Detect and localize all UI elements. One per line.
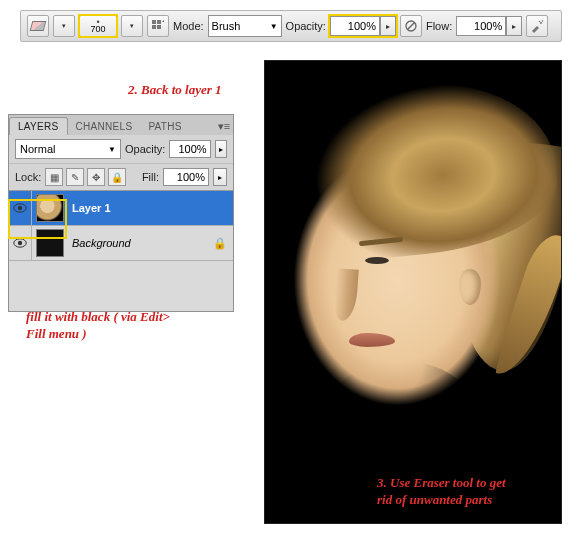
lock-transparency[interactable]: ▦ bbox=[45, 168, 63, 186]
airbrush-icon bbox=[530, 19, 544, 33]
opacity-label: Opacity: bbox=[286, 20, 326, 32]
flow-control: 100% ▸ bbox=[456, 16, 522, 36]
blend-opacity-row: Normal ▼ Opacity: 100% ▸ bbox=[9, 135, 233, 163]
tablet-pressure-opacity[interactable] bbox=[400, 15, 422, 37]
lock-label: Lock: bbox=[15, 171, 41, 183]
eraser-tool-button[interactable] bbox=[27, 15, 49, 37]
svg-rect-2 bbox=[152, 25, 156, 29]
panel-opacity-input[interactable]: 100% bbox=[169, 140, 210, 158]
vignette bbox=[265, 61, 561, 523]
svg-rect-3 bbox=[157, 25, 161, 29]
brush-size-value: 700 bbox=[90, 25, 105, 34]
flow-flyout[interactable]: ▸ bbox=[506, 16, 522, 36]
layer-thumbnail[interactable] bbox=[36, 229, 64, 257]
layer-name: Background bbox=[68, 237, 213, 249]
svg-rect-0 bbox=[152, 20, 156, 24]
annotation-2: 2. Back to layer 1 bbox=[128, 82, 222, 99]
svg-rect-1 bbox=[157, 20, 161, 24]
flow-value: 100% bbox=[474, 20, 502, 32]
toggle-brushes-panel[interactable] bbox=[147, 15, 169, 37]
eraser-options-bar: ▾ • 700 ▾ Mode: Brush ▼ Opacity: 100% ▸ … bbox=[20, 10, 562, 42]
chevron-down-icon: ▼ bbox=[270, 22, 278, 31]
mode-value: Brush bbox=[212, 20, 241, 32]
panel-menu-button[interactable]: ▾≡ bbox=[215, 117, 233, 135]
opacity-value: 100% bbox=[348, 20, 376, 32]
tab-channels[interactable]: CHANNELS bbox=[68, 118, 141, 135]
lock-all[interactable]: 🔒 bbox=[108, 168, 126, 186]
svg-point-7 bbox=[539, 21, 541, 23]
lock-icon: 🔒 bbox=[213, 237, 227, 250]
blend-mode-select[interactable]: Normal ▼ bbox=[15, 139, 121, 159]
layer-name: Layer 1 bbox=[68, 202, 233, 214]
layer-thumbnail[interactable] bbox=[36, 194, 64, 222]
airbrush-toggle[interactable] bbox=[526, 15, 548, 37]
svg-point-11 bbox=[18, 241, 22, 245]
tool-preset-picker[interactable]: ▾ bbox=[53, 15, 75, 37]
lock-position[interactable]: ✥ bbox=[87, 168, 105, 186]
annotation-3: 3. Use Eraser tool to get rid of unwante… bbox=[377, 475, 506, 509]
chevron-down-icon: ▼ bbox=[108, 145, 116, 154]
svg-point-6 bbox=[542, 20, 544, 22]
canvas-image: 3. Use Eraser tool to get rid of unwante… bbox=[264, 60, 562, 524]
eye-icon bbox=[13, 238, 27, 248]
layers-list-empty bbox=[9, 261, 233, 311]
tab-layers[interactable]: LAYERS bbox=[9, 117, 68, 135]
fill-label: Fill: bbox=[142, 171, 159, 183]
brush-preset-picker[interactable]: • 700 bbox=[79, 15, 117, 37]
mode-select[interactable]: Brush ▼ bbox=[208, 15, 282, 37]
lock-buttons: ▦ ✎ ✥ 🔒 bbox=[45, 168, 126, 186]
opacity-control: 100% ▸ bbox=[330, 16, 396, 36]
layers-panel: LAYERS CHANNELS PATHS ▾≡ Normal ▼ Opacit… bbox=[8, 114, 234, 312]
panel-opacity-flyout[interactable]: ▸ bbox=[215, 140, 227, 158]
visibility-toggle[interactable] bbox=[9, 191, 32, 225]
brush-preset-dropdown[interactable]: ▾ bbox=[121, 15, 143, 37]
layer-row-background[interactable]: Background 🔒 bbox=[9, 226, 233, 261]
flow-label: Flow: bbox=[426, 20, 452, 32]
mode-label: Mode: bbox=[173, 20, 204, 32]
panel-opacity-value: 100% bbox=[178, 143, 206, 155]
lock-pixels[interactable]: ✎ bbox=[66, 168, 84, 186]
flow-input[interactable]: 100% bbox=[456, 16, 506, 36]
eye-icon bbox=[13, 203, 27, 213]
tab-paths[interactable]: PATHS bbox=[140, 118, 189, 135]
blend-mode-value: Normal bbox=[20, 143, 55, 155]
fill-flyout[interactable]: ▸ bbox=[213, 168, 227, 186]
layer-row-layer1[interactable]: Layer 1 bbox=[9, 191, 233, 226]
lock-fill-row: Lock: ▦ ✎ ✥ 🔒 Fill: 100% ▸ bbox=[9, 163, 233, 190]
fill-value: 100% bbox=[177, 171, 205, 183]
layers-list: Layer 1 Background 🔒 bbox=[9, 190, 233, 311]
fill-input[interactable]: 100% bbox=[163, 168, 209, 186]
opacity-input[interactable]: 100% bbox=[330, 16, 380, 36]
opacity-flyout[interactable]: ▸ bbox=[380, 16, 396, 36]
eraser-icon bbox=[30, 20, 46, 32]
panel-opacity-label: Opacity: bbox=[125, 143, 165, 155]
visibility-toggle[interactable] bbox=[9, 226, 32, 260]
brushes-panel-icon bbox=[151, 19, 165, 33]
svg-point-5 bbox=[540, 22, 542, 24]
svg-point-9 bbox=[18, 206, 22, 210]
panel-tabs: LAYERS CHANNELS PATHS ▾≡ bbox=[9, 115, 233, 135]
tablet-icon bbox=[404, 19, 418, 33]
